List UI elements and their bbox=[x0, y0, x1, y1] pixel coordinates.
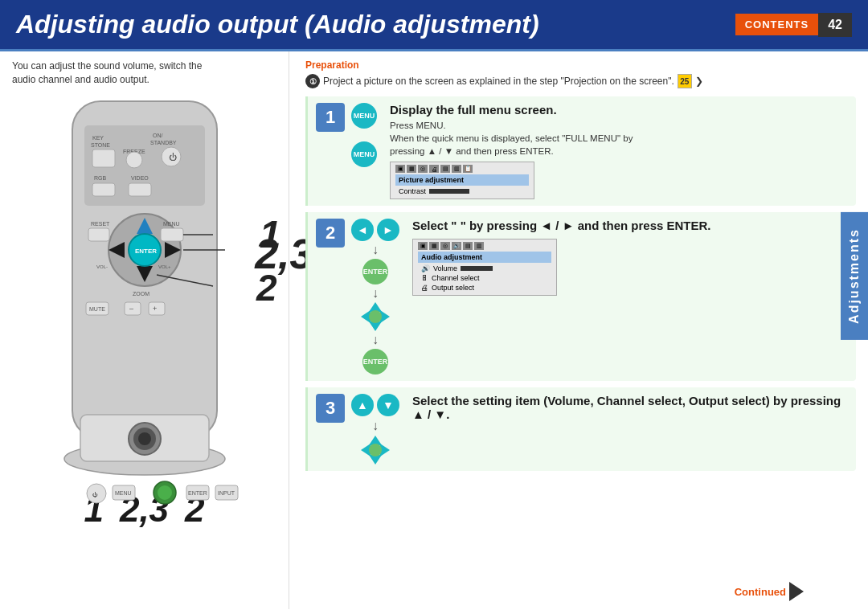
down-arrow-icon: ▼ bbox=[377, 394, 399, 416]
menu-button-icon-2: MENU bbox=[351, 141, 377, 167]
svg-text:KEY: KEY bbox=[92, 135, 104, 141]
label-2-top: 2 bbox=[256, 266, 277, 309]
right-arrow-icon: ► bbox=[377, 219, 399, 241]
svg-text:ON/: ON/ bbox=[153, 133, 163, 138]
svg-rect-6 bbox=[92, 149, 115, 167]
tb2-icon-6: ▥ bbox=[474, 242, 484, 250]
svg-text:STANDBY: STANDBY bbox=[150, 140, 177, 145]
svg-text:ENTER: ENTER bbox=[188, 490, 207, 496]
step-1-number: 1 bbox=[316, 103, 345, 132]
step-2-content: Select " " by pressing ◄ / ► and then pr… bbox=[412, 219, 850, 296]
toolbar-icon-2: ▦ bbox=[407, 165, 416, 173]
arrow-down-2: ↓ bbox=[372, 287, 379, 300]
svg-text:⏻: ⏻ bbox=[92, 492, 98, 497]
svg-text:STONE: STONE bbox=[91, 142, 110, 148]
step-1-desc3: pressing ▲ / ▼ and then press ENTER. bbox=[390, 145, 850, 158]
mini-highlight-row-2: Audio adjustment bbox=[418, 252, 551, 263]
prep-circle: ① bbox=[305, 74, 320, 88]
svg-text:–: – bbox=[129, 305, 133, 313]
up-arrow-icon: ▲ bbox=[351, 394, 374, 416]
svg-point-45 bbox=[158, 485, 172, 500]
toolbar-icon-1: ▣ bbox=[395, 165, 405, 173]
svg-point-8 bbox=[126, 152, 142, 168]
continued-arrow bbox=[789, 582, 804, 601]
tb2-icon-1: ▣ bbox=[418, 242, 428, 250]
svg-text:+: + bbox=[153, 305, 157, 313]
svg-text:INPUT: INPUT bbox=[218, 490, 235, 496]
svg-text:RGB: RGB bbox=[94, 175, 107, 181]
left-arrow-icon: ◄ bbox=[351, 219, 374, 241]
step-1-box: 1 MENU MENU Display the full menu screen… bbox=[305, 96, 856, 206]
continued-label: Continued bbox=[735, 586, 786, 598]
svg-text:ZOOM: ZOOM bbox=[133, 291, 149, 297]
step-1-content: Display the full menu screen. Press MENU… bbox=[390, 103, 850, 199]
main-content: You can adjust the sound volume, switch … bbox=[0, 51, 868, 609]
toolbar-icon-3: ◎ bbox=[418, 165, 428, 173]
step-3-number: 3 bbox=[316, 394, 345, 423]
svg-rect-25 bbox=[161, 228, 183, 241]
toolbar-row-2: ▣ ▦ ◎ 🔊 ▤ ▥ bbox=[418, 242, 551, 250]
step-2-screen: ▣ ▦ ◎ 🔊 ▤ ▥ Audio adjustment 🔊 Volume bbox=[412, 239, 557, 296]
page-title: Adjusting audio output (Audio adjustment… bbox=[16, 10, 539, 39]
step-3-content: Select the setting item (Volume, Channel… bbox=[412, 394, 850, 424]
arrow-down-3: ↓ bbox=[372, 334, 379, 346]
toolbar-icon-4: 🖨 bbox=[429, 165, 439, 173]
step-1-desc1: Press MENU. bbox=[390, 119, 850, 132]
tb2-icon-4: 🔊 bbox=[452, 242, 461, 250]
step-3-title: Select the setting item (Volume, Channel… bbox=[412, 394, 850, 421]
svg-point-39 bbox=[138, 432, 151, 445]
left-description: You can adjust the sound volume, switch … bbox=[12, 59, 276, 87]
svg-text:MENU: MENU bbox=[115, 490, 132, 496]
prep-ref: 25 bbox=[678, 74, 692, 88]
step-1-screen: ▣ ▦ ◎ 🖨 ▤ ▥ 📋 Picture adjustment Contras… bbox=[390, 162, 534, 199]
svg-text:VIDEO: VIDEO bbox=[131, 175, 149, 181]
tb2-icon-5: ▤ bbox=[463, 242, 473, 250]
svg-rect-13 bbox=[92, 183, 115, 196]
vol-bar bbox=[461, 266, 493, 271]
mini-channel-row: 🎚 Channel select bbox=[418, 273, 551, 283]
contents-button[interactable]: CONTENTS bbox=[735, 14, 819, 35]
page-number: 42 bbox=[818, 13, 852, 37]
arrow-down-1: ↓ bbox=[372, 244, 379, 256]
svg-text:VOL-: VOL- bbox=[96, 264, 108, 269]
mini-bar bbox=[429, 189, 469, 194]
tb2-icon-3: ◎ bbox=[440, 242, 450, 250]
step-2-title: Select " " by pressing ◄ / ► and then pr… bbox=[412, 219, 850, 232]
step-1-desc2: When the quick menu is displayed, select… bbox=[390, 132, 850, 145]
svg-rect-14 bbox=[129, 183, 151, 196]
toolbar-icon-6: ▥ bbox=[452, 165, 461, 173]
step-3-box: 3 ▲ ▼ ↓ Select the setting item (Volume,… bbox=[305, 387, 856, 471]
toolbar-icon-5: ▤ bbox=[440, 165, 450, 173]
svg-rect-24 bbox=[88, 228, 109, 241]
preparation-label: Preparation bbox=[305, 59, 856, 71]
mini-data-row: Contrast bbox=[395, 186, 529, 196]
step-2-number: 2 bbox=[316, 219, 345, 248]
svg-text:VOL+: VOL+ bbox=[158, 264, 171, 269]
mini-vol-row: 🔊 Volume bbox=[418, 264, 551, 273]
menu-button-icon: MENU bbox=[351, 103, 377, 129]
lr-arrows: ◄ ► bbox=[351, 219, 399, 241]
page-header: Adjusting audio output (Audio adjustment… bbox=[0, 0, 868, 51]
step-1-title: Display the full menu screen. bbox=[390, 103, 850, 117]
arrow-down-4: ↓ bbox=[372, 420, 379, 432]
continued-section: Continued bbox=[735, 582, 804, 601]
step-2-box: 2 ◄ ► ↓ ENTER ↓ ↓ bbox=[305, 212, 856, 381]
header-right: CONTENTS 42 bbox=[735, 13, 852, 37]
svg-text:MENU: MENU bbox=[163, 221, 180, 227]
enter-btn-2: ENTER bbox=[362, 349, 388, 375]
right-panel: Preparation ① Project a picture on the s… bbox=[289, 51, 868, 609]
tb2-icon-2: ▦ bbox=[429, 242, 439, 250]
svg-text:ENTER: ENTER bbox=[135, 248, 157, 255]
left-panel: You can adjust the sound volume, switch … bbox=[0, 51, 289, 609]
step-2-icons: ◄ ► ↓ ENTER ↓ ↓ ENTER bbox=[351, 219, 399, 375]
mini-highlight-row: Picture adjustment bbox=[395, 174, 529, 186]
svg-text:RESET: RESET bbox=[91, 221, 110, 227]
toolbar-row: ▣ ▦ ◎ 🖨 ▤ ▥ 📋 bbox=[395, 165, 529, 173]
remote-illustration: KEY STONE ON/ STANDBY FREEZE ⏻ RGB VIDEO bbox=[28, 93, 261, 514]
svg-text:⏻: ⏻ bbox=[169, 153, 177, 162]
ud-arrows: ▲ ▼ bbox=[351, 394, 399, 416]
preparation-text: ① Project a picture on the screen as exp… bbox=[305, 74, 856, 88]
enter-btn-1: ENTER bbox=[362, 259, 388, 284]
step-3-icons: ▲ ▼ ↓ bbox=[351, 394, 399, 465]
mini-output-row: 🖨 Output select bbox=[418, 283, 551, 293]
